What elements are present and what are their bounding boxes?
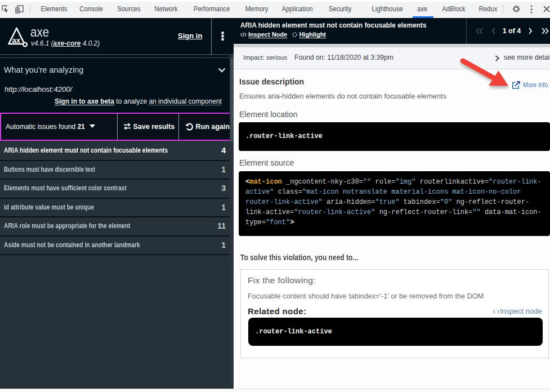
- svg-text:ax: ax: [12, 36, 21, 44]
